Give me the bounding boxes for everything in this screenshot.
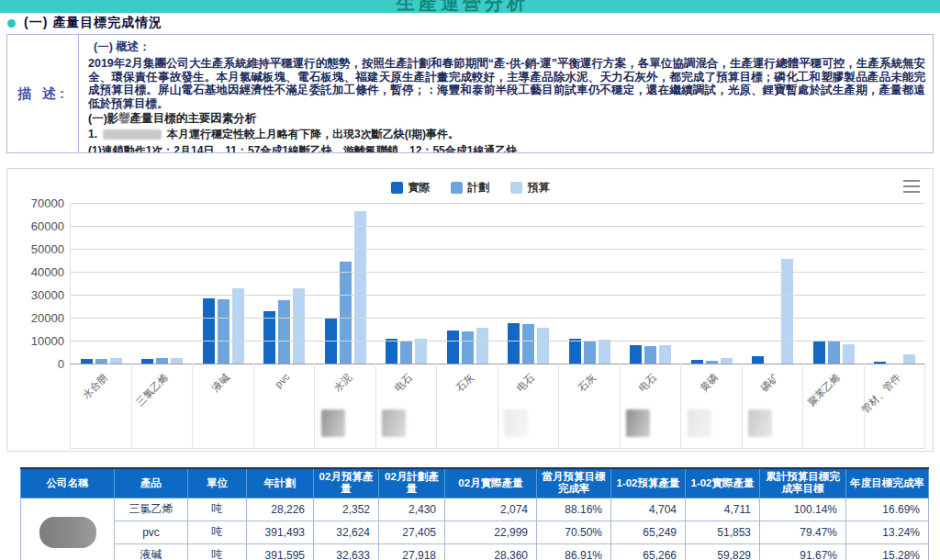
y-axis-tick-label: 50000 [9,242,64,256]
legend-item-計劃[interactable]: 計劃 [451,180,490,196]
legend-swatch [510,182,522,194]
x-axis-cell-水合肼: 水合肼 [71,364,132,448]
table-row: 三氯乙烯吨28,2262,3522,4302,07488.16%4,7044,7… [21,498,929,521]
top-banner: 生產運營分析 [0,0,940,13]
table-header-單位: 單位 [188,468,247,498]
x-axis-label: 电石 [514,371,538,395]
legend-swatch [391,182,403,194]
chart-plot-area [70,203,925,364]
table-cell: 2,352 [314,498,379,521]
table-header-02月實際產量: 02月實際產量 [445,468,537,498]
table-cell: 4,711 [686,498,760,521]
bar-預算-管材、管件 [903,354,915,364]
table-row: pvc吨391,49332,62427,40522,99970.50%65,24… [21,521,929,543]
description-panel: 描 述: (一) 概述： 2019年2月集團公司大生產系統維持平穩運行的態勢，按… [6,34,934,153]
table-cell: 65,249 [611,521,686,543]
table-cell: 液碱 [115,543,188,560]
x-axis-cell-石灰: 石灰 [559,364,621,448]
table-header-02月預算產量: 02月預算產量 [314,468,379,498]
company-name-cell [21,498,115,560]
table-cell: 32,633 [314,543,379,560]
bar-預算-电石 [659,345,671,364]
bar-實際-电石 [508,323,520,364]
x-axis-cell-磷矿: 磷矿 [743,364,804,448]
production-data-table: 公司名稱產品單位年計劃02月預算產量02月計劃產量02月實際產量當月預算目標完成… [20,467,929,560]
bar-計劃-水泥 [340,262,352,364]
x-axis-label: 磷矿 [758,371,782,395]
overview-heading: (一) 概述： [94,39,925,55]
table-cell: 三氯乙烯 [115,498,188,521]
table-cell: 79.47% [760,521,846,543]
x-axis-label: 管材、管件 [858,371,903,416]
legend-item-預算[interactable]: 預算 [510,180,550,196]
bar-group-电石 [376,203,438,364]
x-axis-cell-石灰: 石灰 [437,364,498,448]
gridline [71,318,925,319]
table-cell: 88.16% [537,498,611,521]
redacted-logo [382,409,406,437]
table-cell: 4,704 [611,498,686,521]
factor-item-1-text: 本月運行穩定性較上月略有下降，出現3次斷乙炔(I期)事件。 [167,128,459,140]
production-bar-chart: 實際計劃預算 水合肼三氯乙烯液碱pvc水泥电石石灰电石石灰电石黄磷磷矿聚苯乙烯管… [6,168,934,452]
bar-group-石灰 [437,203,498,364]
x-axis-label: 黄磷 [697,371,721,395]
legend-label: 實際 [408,180,431,196]
table-cell: 15.28% [846,543,929,560]
y-axis-tick-label: 20000 [9,311,64,325]
legend-item-實際[interactable]: 實際 [391,180,431,196]
bar-實際-电石 [386,339,397,364]
table-cell: 391,595 [247,543,314,560]
overview-paragraph: 2019年2月集團公司大生產系統維持平穩運行的態勢，按照生產計劃和春節期間“產-… [88,57,925,110]
y-axis-tick-label: 70000 [9,196,64,210]
table-header-當月預算目標完成率: 當月預算目標完成率 [537,468,611,498]
table-cell: 27,405 [379,521,445,543]
factor-prefix: (一) [88,112,107,125]
description-label: 描 述: [17,85,68,103]
bar-預算-电石 [415,339,427,364]
table-cell: 27,918 [379,543,445,560]
x-axis-cell-电石: 电石 [376,364,438,448]
bar-計劃-石灰 [462,331,474,364]
bar-group-液碱 [193,203,254,364]
table-cell: 16.69% [846,498,929,521]
table-cell: 吨 [188,521,247,543]
chart-menu-icon[interactable] [903,180,920,193]
bar-group-水泥 [315,203,376,364]
x-axis-label: 电石 [392,371,416,395]
redacted-logo [504,409,528,437]
bar-group-管材、管件 [865,203,926,364]
x-axis-cell-水泥: 水泥 [315,364,376,448]
x-axis-cell-聚苯乙烯: 聚苯乙烯 [803,364,865,448]
table-header-年計劃: 年計劃 [247,468,314,498]
table-cell: 65,266 [611,543,686,560]
factor-item-1-number: 1. [88,128,97,140]
gridline [71,203,925,204]
table-header-公司名稱: 公司名稱 [21,468,115,498]
page-title: 生產運營分析 [397,0,529,13]
x-axis-cell-电石: 电石 [498,364,560,448]
table-cell: pvc [115,521,188,543]
bar-group-石灰 [559,203,621,364]
bar-計劃-液碱 [218,299,229,364]
bar-group-电石 [498,203,560,364]
legend-label: 預算 [528,180,550,196]
y-axis-tick-label: 0 [9,357,64,371]
chart-legend: 實際計劃預算 [7,180,933,196]
x-axis-label: 水泥 [330,371,354,395]
table-cell: 86.91% [537,543,611,560]
table-row: 液碱吨391,59532,63327,91828,36086.91%65,266… [21,543,929,560]
bar-預算-液碱 [232,288,244,364]
redacted-logo [748,409,772,437]
bar-實際-pvc [263,311,275,364]
table-cell: 2,074 [445,498,537,521]
bar-實際-石灰 [569,339,581,364]
gridline [71,341,925,342]
bar-計劃-聚苯乙烯 [828,341,840,364]
table-cell: 70.50% [537,521,611,543]
table-cell: 2,430 [379,498,445,521]
bar-預算-电石 [537,328,549,364]
table-cell: 32,624 [314,521,379,543]
bar-預算-聚苯乙烯 [843,344,855,364]
redacted-text-blob [103,129,162,140]
bar-計劃-电石 [522,324,534,364]
